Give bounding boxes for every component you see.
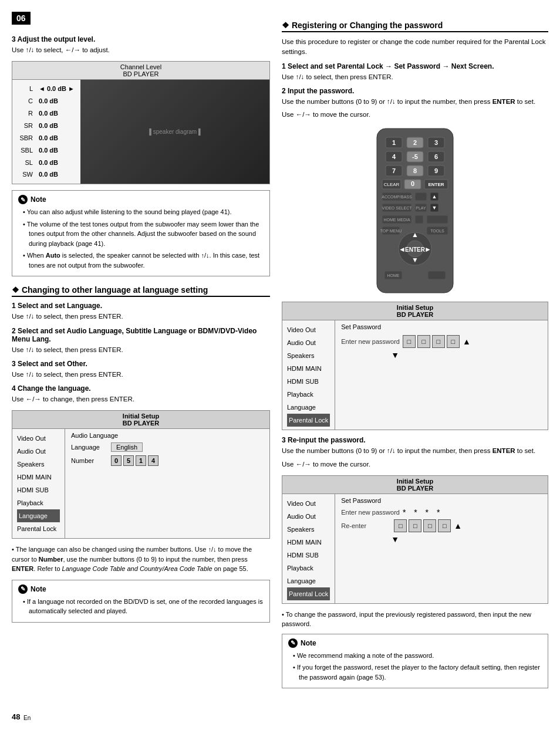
number-row: Number 0514 <box>71 455 264 466</box>
channel-value: 0.0 dB <box>39 132 65 144</box>
note-label-3: Note <box>301 638 316 648</box>
setup-menu-password1: Video OutAudio OutSpeakersHDMI MAINHDMI … <box>282 320 335 430</box>
menu-item-playback: Playback <box>17 496 60 509</box>
password1-row: Enter new password □□□□ ▲ <box>341 335 542 348</box>
svg-text:▲: ▲ <box>411 231 419 239</box>
remote-svg: 1 2 3 4 -5 6 7 8 9 C <box>374 126 456 296</box>
section3-step1-heading: 1 Select and set Parental Lock → Set Pas… <box>282 62 548 70</box>
password2-set-label: Set Password <box>341 497 542 504</box>
channel-name: L <box>18 83 33 95</box>
channel-name: SR <box>18 120 33 132</box>
svg-text:▼: ▼ <box>411 256 419 264</box>
svg-text:▼: ▼ <box>432 205 437 211</box>
page-lang: En <box>23 715 31 721</box>
section3-step2-heading: 2 Input the password. <box>282 87 548 95</box>
svg-text:ENTER: ENTER <box>405 246 426 253</box>
channel-list: L◄ 0.0 dB ►C0.0 dBR0.0 dBSR0.0 dBSBR0.0 … <box>12 80 80 184</box>
menu-item-r1-language: Language <box>287 401 330 414</box>
password2-asterisks: * * * * <box>403 508 443 517</box>
svg-text:9: 9 <box>434 167 438 174</box>
section3-heading: ❖ Registering or Changing the password <box>282 21 548 32</box>
password2-reenter-label: Re-enter <box>341 522 391 529</box>
menu-item-r1-audio-out: Audio Out <box>287 336 330 349</box>
channel-name: R <box>18 107 33 120</box>
password1-up-arrow: ▲ <box>463 337 471 346</box>
number-box: 4 <box>148 455 158 466</box>
section2-step1-text: Use ↑/↓ to select, then press ENTER. <box>12 312 270 322</box>
channel-value: ◄ 0.0 dB ► <box>39 83 75 95</box>
setup-content-password2: Set Password Enter new password * * * * … <box>335 494 548 603</box>
svg-text:ENTER: ENTER <box>428 182 444 187</box>
menu-item-r2-parental-lock: Parental Lock <box>287 587 330 600</box>
svg-text:0: 0 <box>411 180 414 187</box>
password1-down-arrow: ▼ <box>391 350 542 360</box>
section3-step1-text: Use ↑/↓ to select, then press ENTER. <box>282 72 548 82</box>
section2-step1-heading: 1 Select and set Language. <box>12 302 270 310</box>
password-box: □ <box>432 335 445 348</box>
note-box-1: ✎ Note You can also adjust while listeni… <box>12 190 270 276</box>
svg-text:►: ► <box>424 245 431 254</box>
language-row: Language English <box>71 442 264 452</box>
svg-text:7: 7 <box>392 167 396 174</box>
menu-item-language: Language <box>17 509 60 522</box>
channel-table: Channel Level BD PLAYER L◄ 0.0 dB ►C0.0 … <box>12 61 270 184</box>
setup-table-password2: Initial Setup BD PLAYER Video OutAudio O… <box>282 475 548 604</box>
svg-text:▲: ▲ <box>432 194 437 200</box>
menu-item-hdmi-sub: HDMI SUB <box>17 484 60 496</box>
svg-text:4: 4 <box>392 153 396 160</box>
setup-menu-password2: Video OutAudio OutSpeakersHDMI MAINHDMI … <box>282 494 335 603</box>
channel-name: SBL <box>18 144 33 157</box>
setup-content-password1: Set Password Enter new password □□□□ ▲ ▼ <box>335 320 548 430</box>
password1-row-label: Enter new password <box>341 338 400 345</box>
step3-heading: 3 Adjust the output level. <box>12 35 270 43</box>
menu-item-r2-hdmi-sub: HDMI SUB <box>287 549 330 562</box>
menu-item-r1-playback: Playback <box>287 388 330 401</box>
note-label-1: Note <box>31 194 46 205</box>
password2-up-arrow: ▲ <box>454 521 462 530</box>
channel-value: 0.0 dB <box>39 107 65 120</box>
menu-item-r2-playback: Playback <box>287 562 330 574</box>
channel-row: SBL0.0 dB <box>18 144 75 157</box>
password-box-2: □ <box>423 519 436 532</box>
chapter-badge: 06 <box>12 12 31 25</box>
note-bullet-1a: You can also adjust while listening to t… <box>23 207 264 217</box>
password-box: □ <box>417 335 430 348</box>
svg-rect-27 <box>415 192 427 201</box>
menu-item-r2-speakers: Speakers <box>287 523 330 536</box>
menu-item-r1-hdmi-main: HDMI MAIN <box>287 362 330 375</box>
section3-step3-text2: Use ←/→ to move the cursor. <box>282 459 548 469</box>
left-column: 06 3 Adjust the output level. Use ↑/↓ to… <box>12 12 270 718</box>
section3-step3-text1: Use the number buttons (0 to 9) or ↑/↓ t… <box>282 446 548 456</box>
svg-text:2: 2 <box>413 139 417 146</box>
menu-item-r2-audio-out: Audio Out <box>287 510 330 523</box>
svg-text:◄: ◄ <box>399 245 406 254</box>
password2-row1: Enter new password * * * * <box>341 508 542 517</box>
channel-value: 0.0 dB <box>39 144 65 157</box>
page-number: 48 <box>12 712 20 721</box>
remote-area: 1 2 3 4 -5 6 7 8 9 C <box>282 126 548 296</box>
setup-table-password1: Initial Setup BD PLAYER Video OutAudio O… <box>282 302 548 430</box>
password2-down-arrow: ▼ <box>391 535 542 544</box>
note-icon-3: ✎ <box>288 638 298 648</box>
svg-text:3: 3 <box>434 139 438 146</box>
menu-item-r2-hdmi-main: HDMI MAIN <box>287 536 330 549</box>
section2-step4-heading: 4 Change the language. <box>12 384 270 393</box>
menu-item-speakers: Speakers <box>17 458 60 471</box>
section3-step3-heading: 3 Re-input the password. <box>282 436 548 444</box>
svg-text:TOP MENU: TOP MENU <box>380 229 402 233</box>
password1-boxes: □□□□ <box>403 335 460 348</box>
svg-rect-53 <box>428 271 446 279</box>
svg-text:-5: -5 <box>412 153 418 160</box>
setup-table-password2-header: Initial Setup BD PLAYER <box>282 476 548 494</box>
number-label: Number <box>71 457 106 464</box>
section3-step2-text2: Use ←/→ to move the cursor. <box>282 110 548 120</box>
section3-step2-text1: Use the number buttons (0 to 9) or ↑/↓ t… <box>282 97 548 107</box>
note-icon-1: ✎ <box>18 195 28 204</box>
password1-label: Set Password <box>341 323 542 330</box>
password-box-2: □ <box>394 519 407 532</box>
svg-text:CLEAR: CLEAR <box>384 182 400 187</box>
note-bullet-2a: If a language not recorded on the BD/DVD… <box>23 597 264 616</box>
menu-item-video-out: Video Out <box>17 432 60 445</box>
password2-row2: Re-enter □□□□ ▲ <box>341 519 542 532</box>
channel-name: SBR <box>18 132 33 144</box>
